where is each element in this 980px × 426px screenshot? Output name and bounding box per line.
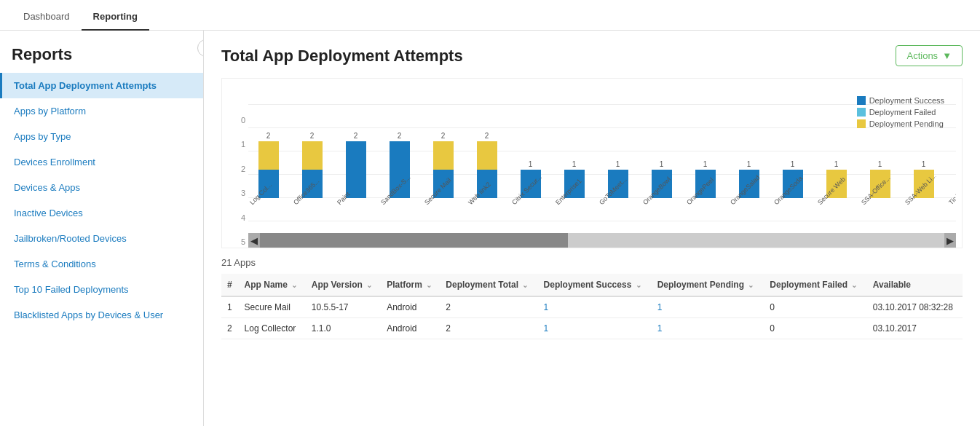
cell-total: 2 xyxy=(440,318,537,339)
scroll-right-arrow[interactable]: ▶ xyxy=(944,233,956,248)
bar-x-label: OrangeSalad xyxy=(729,173,778,221)
y-label-5: 5 xyxy=(228,238,245,246)
bar-group: 2Web link2 xyxy=(467,87,507,230)
bar-total-label: 1 xyxy=(529,160,533,168)
bar-segment-pending xyxy=(477,141,497,170)
table-body: 1 Secure Mail 10.5.5-17 Android 2 1 1 0 … xyxy=(221,296,963,339)
cell-app-name: Log Collector xyxy=(239,318,306,339)
sidebar-item-jailbroken[interactable]: Jailbroken/Rooted Devices xyxy=(0,226,203,251)
legend-item-pending: Deployment Pending xyxy=(857,119,944,128)
col-app-name[interactable]: App Name ⌄ xyxy=(239,274,306,296)
bar-segment-pending xyxy=(433,141,454,170)
col-deployment-failed[interactable]: Deployment Failed ⌄ xyxy=(764,274,866,296)
sidebar-item-blacklisted[interactable]: Blacklisted Apps by Devices & User xyxy=(0,302,203,328)
col-available: Available xyxy=(867,274,963,296)
bar-total-label: 2 xyxy=(354,132,358,140)
cell-app-version: 10.5.5-17 xyxy=(306,296,381,318)
y-label-3: 3 xyxy=(228,189,245,197)
bar-x-label: Secure Mail xyxy=(423,173,472,221)
bar-total-label: 1 xyxy=(616,160,620,168)
bar-group: 1OrangeBowl xyxy=(641,87,681,230)
main-header: Total App Deployment Attempts Actions ▼ xyxy=(221,45,963,66)
bar-group: 1Enterprise1 xyxy=(554,87,594,230)
bar-x-label: Enterprise1 xyxy=(554,173,603,221)
bar-group: 1Secure Web xyxy=(816,87,856,230)
bar-group: 2Office365... xyxy=(292,87,332,230)
bar-x-label: OrangePeel xyxy=(685,173,734,221)
cell-available: 03.10.2017 xyxy=(867,318,963,339)
cell-failed: 0 xyxy=(764,296,866,318)
bar-total-label: 1 xyxy=(878,160,882,168)
bar-x-label: Citrix Secur... xyxy=(510,173,559,221)
actions-button[interactable]: Actions ▼ xyxy=(896,45,963,66)
apps-count: 21 Apps xyxy=(221,257,963,268)
bar-x-label: OrangeSoda xyxy=(772,173,821,221)
bar-group: 1Citrix Secur... xyxy=(510,87,550,230)
bar-group: 1OrangeSoda xyxy=(772,87,813,230)
col-deployment-success[interactable]: Deployment Success ⌄ xyxy=(538,274,652,296)
sidebar-item-terms[interactable]: Terms & Conditions xyxy=(0,251,203,277)
bar-total-label: 1 xyxy=(572,160,577,168)
cell-success[interactable]: 1 xyxy=(538,296,652,318)
bar-group: 2Secure Mail xyxy=(423,87,463,230)
bar-x-label: Paint xyxy=(336,173,384,221)
table-header-row: # App Name ⌄ App Version ⌄ Platform ⌄ De… xyxy=(221,274,963,296)
bar-group: 1GoToMeet... xyxy=(598,87,638,230)
cell-pending[interactable]: 1 xyxy=(652,296,764,318)
sidebar-item-apps-by-platform[interactable]: Apps by Platform xyxy=(0,98,203,124)
cell-pending[interactable]: 1 xyxy=(652,318,764,339)
cell-total: 2 xyxy=(440,296,537,318)
sidebar-item-top10-failed[interactable]: Top 10 Failed Deployments xyxy=(0,277,203,302)
cell-available: 03.10.2017 08:32:28 xyxy=(867,296,963,318)
bar-total-label: 1 xyxy=(834,160,839,168)
bar-total-label: 1 xyxy=(660,160,664,168)
top-nav: Dashboard Reporting xyxy=(0,0,980,31)
legend-item-failed: Deployment Failed xyxy=(857,108,944,117)
sidebar-item-devices-enrollment[interactable]: Devices Enrollment xyxy=(0,149,203,175)
sidebar-item-inactive-devices[interactable]: Inactive Devices xyxy=(0,200,203,226)
sidebar-item-devices-apps[interactable]: Devices & Apps xyxy=(0,175,203,200)
y-label-2: 2 xyxy=(228,165,245,173)
sidebar-item-apps-by-type[interactable]: Apps by Type xyxy=(0,124,203,149)
actions-label: Actions xyxy=(906,50,938,61)
bar-x-label: Secure Web xyxy=(816,173,865,221)
bar-total-label: 2 xyxy=(441,132,446,140)
cell-platform: Android xyxy=(381,318,440,339)
bar-total-label: 2 xyxy=(398,132,402,140)
legend-swatch-failed xyxy=(857,108,866,117)
col-platform[interactable]: Platform ⌄ xyxy=(381,274,440,296)
bar-x-label: SSA-Office... xyxy=(860,173,909,221)
scrollbar-thumb[interactable] xyxy=(260,233,568,248)
cell-app-name: Secure Mail xyxy=(239,296,306,318)
legend-swatch-pending xyxy=(857,119,866,128)
tab-dashboard[interactable]: Dashboard xyxy=(12,4,82,31)
cell-failed: 0 xyxy=(764,318,866,339)
sort-app-name-icon: ⌄ xyxy=(291,281,297,289)
scroll-left-arrow[interactable]: ◀ xyxy=(248,233,260,248)
legend-label-failed: Deployment Failed xyxy=(869,108,936,117)
sort-app-version-icon: ⌄ xyxy=(366,281,372,289)
col-deployment-total[interactable]: Deployment Total ⌄ xyxy=(440,274,537,296)
col-num: # xyxy=(221,274,239,296)
table-row: 2 Log Collector 1.1.0 Android 2 1 1 0 03… xyxy=(221,318,963,339)
x-scrollbar[interactable]: ◀ ▶ xyxy=(248,233,956,248)
bar-group: 1Tic Tac Toe... xyxy=(947,87,956,230)
deployments-table: # App Name ⌄ App Version ⌄ Platform ⌄ De… xyxy=(221,274,963,339)
col-deployment-pending[interactable]: Deployment Pending ⌄ xyxy=(652,274,764,296)
bar-group: 2Paint xyxy=(336,87,376,230)
sidebar-item-total-app-deployment[interactable]: Total App Deployment Attempts xyxy=(0,73,203,98)
main-content: Total App Deployment Attempts Actions ▼ … xyxy=(204,31,980,426)
chevron-down-icon: ▼ xyxy=(942,50,952,61)
bar-x-label: GoToMeet... xyxy=(598,173,647,221)
col-app-version[interactable]: App Version ⌄ xyxy=(306,274,381,296)
y-label-1: 1 xyxy=(228,141,245,149)
bar-total-label: 2 xyxy=(485,132,489,140)
bar-total-label: 1 xyxy=(747,160,751,168)
bar-segment-pending xyxy=(302,141,323,170)
y-axis: 5 4 3 2 1 0 xyxy=(228,117,245,248)
bar-group: 1OrangePeel xyxy=(685,87,725,230)
cell-success[interactable]: 1 xyxy=(538,318,652,339)
tab-reporting[interactable]: Reporting xyxy=(82,4,149,31)
bar-total-label: 1 xyxy=(922,160,926,168)
cell-num: 1 xyxy=(221,296,239,318)
